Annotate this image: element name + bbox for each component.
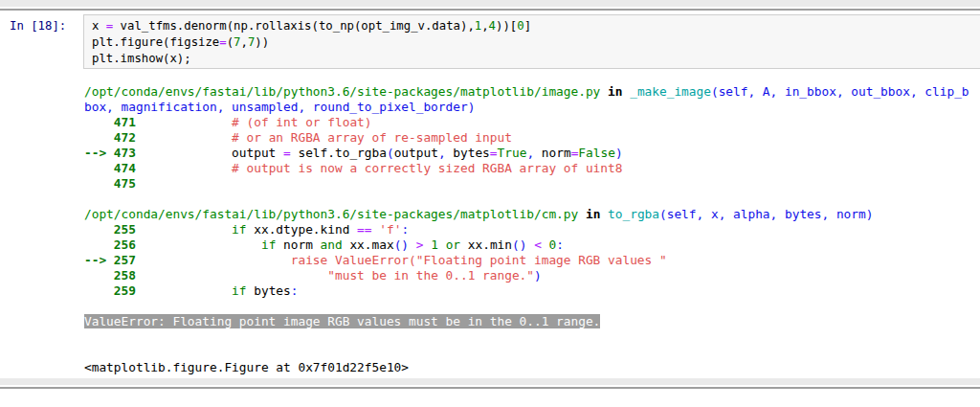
- output-line: [84, 329, 980, 345]
- output-line: --> 257 raise ValueError("Floating point…: [84, 253, 980, 268]
- code-lines[interactable]: x = val_tfms.denorm(np.rollaxis(to_np(op…: [84, 15, 980, 70]
- output-line: [84, 299, 980, 314]
- cell-divider-top: [0, 0, 980, 11]
- output-line: 472 # or an RGBA array of re-sampled inp…: [84, 130, 980, 146]
- cell-divider-rule: [0, 9, 980, 11]
- output-line: 258 "must be in the 0..1 range."): [84, 268, 980, 283]
- notebook-page: In [18]: x = val_tfms.denorm(np.rollaxis…: [0, 0, 980, 407]
- output-line: [84, 345, 980, 360]
- traceback-output: /opt/conda/envs/fastai/lib/python3.6/sit…: [84, 84, 980, 388]
- code-line: x = val_tfms.denorm(np.rollaxis(to_np(op…: [92, 18, 973, 34]
- input-prompt: In [18]:: [10, 19, 66, 34]
- output-line: [84, 192, 980, 207]
- output-line: <matplotlib.figure.Figure at 0x7f01d22f5…: [84, 360, 980, 375]
- output-line: 259 if bytes:: [84, 283, 980, 299]
- cell-divider-band: [0, 0, 980, 7]
- cell-divider-rule: [0, 387, 980, 389]
- code-line: plt.figure(figsize=(7,7)): [92, 34, 973, 51]
- output-line: 256 if norm and xx.max() > 1 or xx.min()…: [84, 237, 980, 253]
- output-line: 255 if xx.dtype.kind == 'f':: [84, 222, 980, 237]
- code-editor[interactable]: x = val_tfms.denorm(np.rollaxis(to_np(op…: [83, 14, 980, 69]
- code-line: plt.imshow(x);: [92, 51, 973, 67]
- output-line: 471 # (of int or float): [84, 115, 980, 130]
- output-line: /opt/conda/envs/fastai/lib/python3.6/sit…: [84, 207, 980, 222]
- output-line: ValueError: Floating point image RGB val…: [84, 314, 980, 329]
- output-line: 475: [84, 176, 980, 192]
- cell-divider-band: [0, 378, 980, 385]
- output-line: /opt/conda/envs/fastai/lib/python3.6/sit…: [84, 84, 980, 100]
- output-line: 474 # output is now a correctly sized RG…: [84, 161, 980, 176]
- output-line: --> 473 output = self.to_rgba(output, by…: [84, 146, 980, 161]
- cell-divider-bottom: [0, 378, 980, 389]
- output-line: box, magnification, unsampled, round_to_…: [84, 100, 980, 115]
